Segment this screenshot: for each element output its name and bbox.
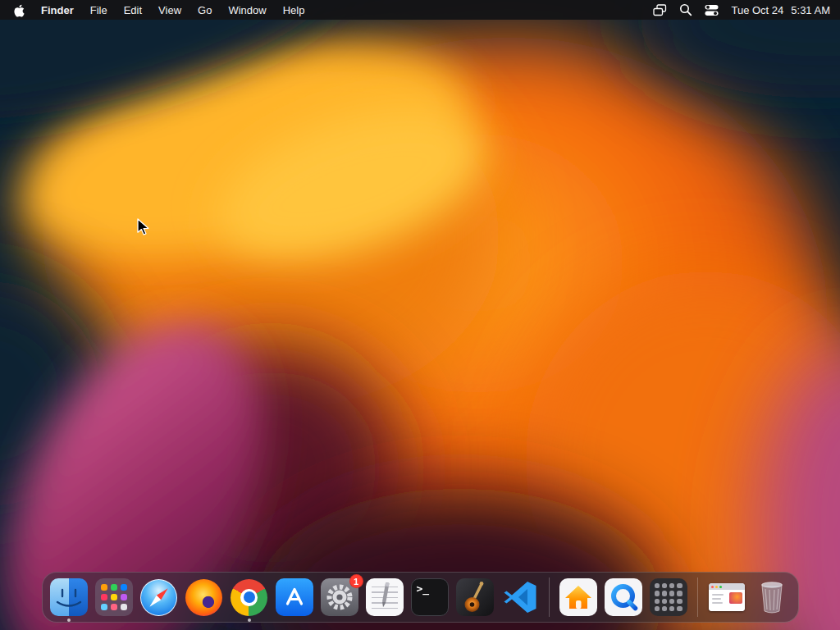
- app-menu-title[interactable]: Finder: [33, 4, 82, 16]
- dock-item-settings[interactable]: 1: [321, 578, 358, 616]
- windows-stack-icon[interactable]: [653, 4, 667, 16]
- running-indicator: [248, 619, 251, 622]
- dock-item-calculator[interactable]: [650, 578, 687, 616]
- dock-item-vscode[interactable]: [501, 578, 539, 616]
- keypad-icon: [650, 578, 687, 616]
- firefox-icon: [185, 579, 222, 616]
- menu-view[interactable]: View: [150, 4, 189, 16]
- launchpad-icon: [95, 578, 133, 616]
- dock-item-quicktime[interactable]: [605, 578, 642, 616]
- menu-edit[interactable]: Edit: [116, 4, 150, 16]
- window-thumbnail-icon: [709, 583, 745, 611]
- home-house-icon: [559, 578, 597, 616]
- clock-date: Tue Oct 24: [731, 4, 783, 16]
- running-indicator: [67, 619, 71, 622]
- search-icon[interactable]: [679, 3, 692, 16]
- quicktime-q-icon: [605, 578, 642, 616]
- dock-item-terminal[interactable]: >_: [411, 578, 449, 616]
- dock-item-minimized-window[interactable]: [708, 578, 746, 616]
- safari-compass-icon: [140, 579, 177, 616]
- menubar-clock[interactable]: Tue Oct 24 5:31 AM: [731, 4, 830, 16]
- terminal-icon: >_: [411, 578, 449, 616]
- dock-container: 1 >_: [0, 572, 840, 623]
- chrome-icon: [231, 579, 267, 616]
- notification-badge: 1: [349, 574, 363, 588]
- finder-icon: [50, 578, 88, 616]
- mouse-cursor: [137, 218, 151, 236]
- dock-item-safari[interactable]: [140, 578, 178, 616]
- textedit-icon: [366, 578, 404, 616]
- dock-item-garageband[interactable]: [456, 578, 494, 616]
- dock-item-firefox[interactable]: [185, 578, 223, 616]
- menu-help[interactable]: Help: [275, 4, 313, 16]
- dock-item-textedit[interactable]: [366, 578, 404, 616]
- menu-go[interactable]: Go: [189, 4, 220, 16]
- dock-item-trash[interactable]: [753, 578, 791, 616]
- wallpaper-art: [0, 0, 840, 630]
- menubar-left: Finder File Edit View Go Window Help: [10, 3, 313, 17]
- dock-item-home[interactable]: [559, 578, 597, 616]
- apple-menu[interactable]: [10, 3, 33, 17]
- menu-window[interactable]: Window: [220, 4, 274, 16]
- vscode-icon: [501, 578, 539, 616]
- desktop[interactable]: [0, 0, 840, 630]
- control-center-icon[interactable]: [705, 3, 719, 17]
- dock-item-finder[interactable]: [50, 578, 88, 616]
- menubar: Finder File Edit View Go Window Help: [0, 0, 840, 20]
- terminal-prompt-glyph: >_: [417, 582, 430, 595]
- dock: 1 >_: [42, 572, 799, 623]
- menu-file[interactable]: File: [82, 4, 116, 16]
- dock-separator: [697, 578, 698, 617]
- trash-icon: [757, 579, 787, 615]
- app-store-icon: [276, 578, 313, 616]
- clock-time: 5:31 AM: [791, 4, 830, 16]
- menubar-status-area: Tue Oct 24 5:31 AM: [653, 3, 830, 17]
- apple-logo-icon: [13, 3, 25, 17]
- garageband-guitar-icon: [456, 578, 494, 616]
- dock-separator: [549, 578, 550, 617]
- dock-item-chrome[interactable]: [231, 578, 268, 616]
- dock-item-launchpad[interactable]: [95, 578, 133, 616]
- dock-item-app-store[interactable]: [276, 578, 313, 616]
